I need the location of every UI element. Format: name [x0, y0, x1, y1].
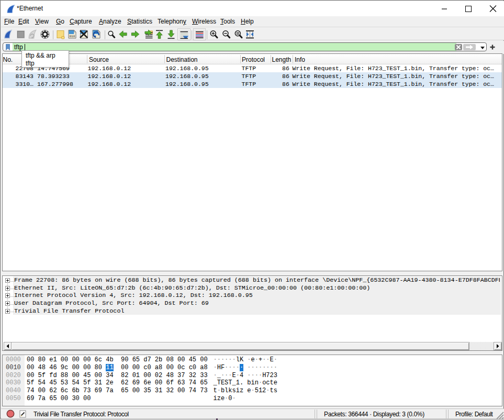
svg-text:010: 010 [70, 35, 75, 38]
